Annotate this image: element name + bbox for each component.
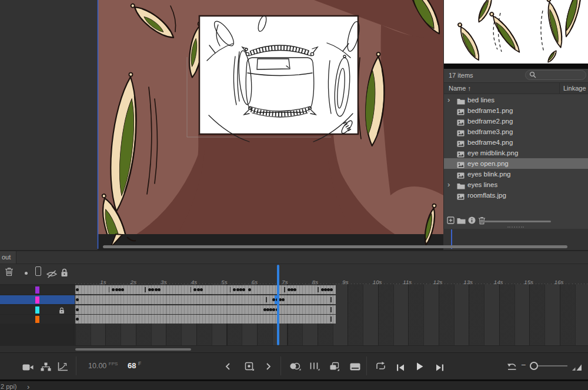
new-symbol-icon[interactable] [447,216,455,225]
library-column-linkage[interactable]: Linkage [563,85,586,92]
library-footer-scrollbar[interactable] [480,221,551,222]
span-end-tick [330,297,332,302]
library-item[interactable]: bedframe1.png [444,105,588,116]
layer-color-swatch[interactable] [35,296,39,304]
timeline-zoom-out[interactable]: − [521,360,526,369]
onion-skin-outlines-icon[interactable] [309,362,320,373]
new-folder-icon[interactable] [457,218,466,225]
status-expand-icon[interactable]: › [27,382,29,390]
keyframe-dot[interactable] [76,318,79,321]
library-item-label: bedframe2.png [467,116,513,126]
frame-span[interactable] [75,305,336,314]
layer-row[interactable] [0,315,75,324]
keyframe-dot[interactable] [76,308,79,311]
layer-row[interactable] [0,295,75,304]
timeline-horizontal-scrollbar[interactable] [75,348,191,351]
step-back-icon[interactable] [396,363,405,374]
disclosure-icon[interactable]: › [447,95,450,105]
library-panel: 17 items Name ↑ Linkage ›bed linesbedfra… [443,0,588,229]
keyframe-span-tick[interactable] [266,297,267,302]
keyframe-dot[interactable] [242,288,245,291]
keyframe-dot[interactable] [200,288,203,291]
keyframe-dot[interactable] [115,288,118,291]
keyframe-span-tick[interactable] [318,287,319,292]
highlight-layers-icon[interactable] [25,272,28,275]
keyframe-dot[interactable] [76,298,79,301]
timeline-zoom-slider-knob[interactable] [530,362,538,370]
library-item[interactable]: ›eyes lines [444,179,588,190]
next-keyframe-icon[interactable] [266,362,271,373]
onion-skin-icon[interactable] [289,362,301,373]
span-end-tick [330,307,332,312]
keyframe-dot[interactable] [118,288,121,291]
column-divider[interactable] [559,83,560,94]
layer-row[interactable] [0,305,75,314]
layer-parenting-icon[interactable] [41,362,51,374]
layer-depth-graph-icon[interactable] [58,362,68,374]
library-footer [444,215,588,227]
camera-icon[interactable] [22,363,34,374]
loop-playback-icon[interactable] [375,362,386,373]
keyframe-dot[interactable] [121,288,124,291]
keyframe-dot[interactable] [197,288,200,291]
keyframe-span-tick[interactable] [191,287,192,292]
panel-resize-grip[interactable] [507,226,524,228]
keyframe-span-tick[interactable] [284,287,285,292]
previous-keyframe-icon[interactable] [225,362,230,373]
library-item[interactable]: eye midblink.png [444,148,588,158]
keyframe-span-tick[interactable] [230,287,231,292]
frame-rate-value[interactable]: 10.00 FPS [88,361,118,370]
keyframe-dot[interactable] [236,288,239,291]
playhead[interactable] [277,265,279,345]
layer-color-swatch[interactable] [35,286,39,294]
frame-span[interactable] [75,315,336,324]
keyframe-dot[interactable] [158,288,161,291]
library-item[interactable]: bedframe3.png [444,126,588,137]
layer-row[interactable] [0,285,75,294]
current-frame-value[interactable]: 68 F [128,361,141,370]
keyframe-dot[interactable] [239,288,242,291]
animate-app: 17 items Name ↑ Linkage ›bed linesbedfra… [0,0,588,390]
sort-arrow-icon: ↑ [467,85,471,92]
library-item[interactable]: bedframe2.png [444,116,588,126]
hide-layers-icon[interactable] [46,269,58,281]
timeline-tab[interactable]: out [0,251,16,264]
outline-layers-icon[interactable] [35,266,41,276]
library-item[interactable]: bedframe4.png [444,137,588,148]
library-item-label: eyes blink.png [467,169,511,179]
reset-timeline-zoom-icon[interactable] [507,362,517,373]
library-column-name[interactable]: Name ↑ [449,85,471,92]
toolbar-divider [76,356,76,375]
library-item[interactable]: ›bed lines [444,95,588,105]
library-item[interactable]: eye open.png [444,158,588,169]
keyframe-dot[interactable] [155,288,158,291]
status-ppi-text: 2 ppi) [1,383,17,390]
keyframe-dot[interactable] [282,298,285,301]
library-column-header: Name ↑ Linkage [444,82,588,94]
properties-info-icon[interactable] [468,216,476,225]
keyframe-span-tick[interactable] [145,287,146,292]
lock-layers-icon[interactable] [61,268,68,279]
image-icon [457,192,465,203]
resize-timeline-view-icon[interactable] [572,363,582,374]
extend-frames-icon[interactable] [350,362,360,373]
disclosure-icon[interactable]: › [447,179,450,190]
library-item-label: roomflats.jpg [467,190,506,201]
layer-color-swatch[interactable] [35,306,39,314]
stage-horizontal-scrollbar[interactable] [103,245,567,248]
delete-layer-icon[interactable] [5,267,14,279]
library-item[interactable]: roomflats.jpg [444,190,588,201]
keyframe-dot[interactable] [76,288,79,291]
library-search-field[interactable] [525,70,586,80]
play-icon[interactable] [416,362,423,373]
frame-span[interactable] [75,295,336,304]
library-item-label: bedframe1.png [467,105,513,116]
insert-frames-icon[interactable] [329,362,340,374]
toolbar-divider [280,356,281,375]
keyframe-span-tick[interactable] [109,287,110,292]
insert-keyframe-icon[interactable] [245,362,255,374]
library-item[interactable]: eyes blink.png [444,169,588,179]
layer-color-swatch[interactable] [35,316,39,323]
stage-artwork [0,0,444,252]
step-forward-icon[interactable] [436,363,444,374]
